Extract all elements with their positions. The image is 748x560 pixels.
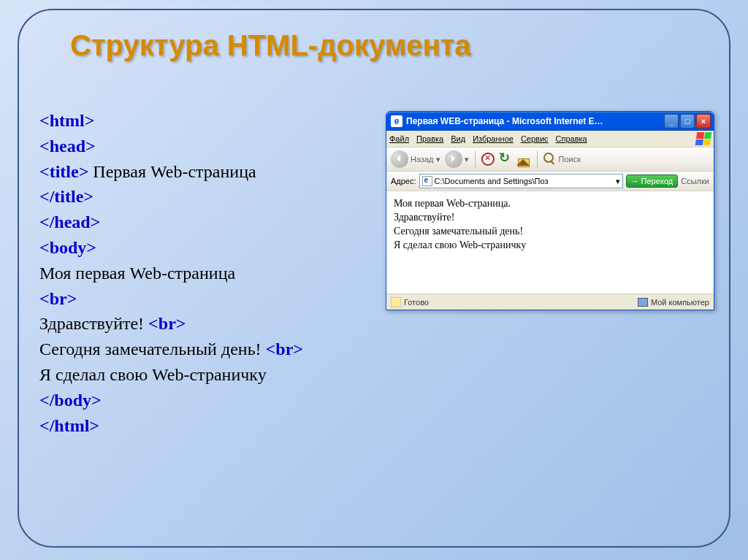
toolbar-separator	[475, 150, 476, 168]
go-label: Переход	[641, 177, 673, 185]
forward-button[interactable]: ▾	[445, 150, 469, 168]
menu-edit[interactable]: Правка	[416, 134, 443, 143]
ie-window: e Первая WEB-страница - Microsoft Intern…	[386, 111, 714, 310]
window-title: Первая WEB-страница - Microsoft Internet…	[406, 116, 664, 126]
chevron-down-icon: ▾	[465, 155, 469, 164]
code-tag-title-close: </title>	[39, 187, 94, 206]
chevron-down-icon[interactable]: ▾	[616, 177, 620, 186]
content-line: Я сделал свою Web-страничку	[394, 239, 706, 253]
back-button[interactable]: Назад ▾	[391, 150, 440, 168]
page-icon	[422, 176, 432, 186]
status-zone-text: Мой компьютер	[651, 298, 709, 307]
address-path: C:\Documents and Settings\Поз	[435, 177, 549, 185]
address-bar: Адрес: C:\Documents and Settings\Поз ▾ П…	[386, 172, 714, 191]
menu-file[interactable]: Файл	[389, 134, 409, 143]
code-tag-html-close: </html>	[39, 416, 99, 435]
minimize-button[interactable]: _	[664, 114, 679, 129]
content-line: Здравствуйте!	[394, 211, 706, 225]
code-tag-head-open: <head>	[39, 137, 96, 156]
content-line: Моя первая Web-страница.	[394, 197, 706, 211]
status-ready-text: Готово	[404, 298, 429, 307]
code-tag-html-open: <html>	[39, 111, 94, 130]
windows-flag-icon	[695, 132, 712, 145]
menu-view[interactable]: Вид	[451, 134, 465, 143]
refresh-button[interactable]	[499, 153, 512, 166]
slide-title: Структура HTML-документа	[70, 29, 471, 62]
code-tag-br2: <br>	[148, 314, 186, 333]
window-titlebar[interactable]: e Первая WEB-страница - Microsoft Intern…	[386, 112, 714, 131]
code-example: <html> <head> <title> Первая Web-страниц…	[39, 108, 390, 438]
ie-app-icon: e	[391, 115, 402, 127]
search-button[interactable]: Поиск	[543, 153, 581, 166]
address-label: Адрес:	[391, 177, 416, 185]
address-input[interactable]: C:\Documents and Settings\Поз ▾	[419, 174, 623, 188]
search-icon	[543, 153, 557, 166]
stop-button[interactable]	[481, 153, 495, 166]
my-computer-icon	[638, 298, 648, 307]
code-tag-title-open: <title>	[39, 162, 88, 181]
code-tag-br1: <br>	[39, 289, 77, 308]
toolbar-separator	[537, 150, 538, 168]
close-button[interactable]: ×	[696, 114, 711, 129]
links-label[interactable]: Ссылки	[681, 177, 709, 185]
back-label: Назад	[411, 155, 434, 164]
status-ready-icon	[391, 297, 401, 307]
menu-favorites[interactable]: Избранное	[473, 134, 514, 143]
menubar: Файл Правка Вид Избранное Сервис Справка	[386, 131, 714, 147]
forward-arrow-icon	[445, 150, 462, 168]
code-tag-br3: <br>	[266, 340, 303, 358]
code-tag-body-close: </body>	[39, 391, 102, 410]
content-line: Сегодня замечательный день!	[394, 225, 706, 239]
code-text-line4: Я сделал свою Web-страничку	[39, 365, 267, 384]
back-arrow-icon	[391, 150, 408, 168]
search-label: Поиск	[559, 155, 581, 164]
navigation-toolbar: Назад ▾ ▾ Поиск	[386, 147, 714, 172]
maximize-button[interactable]: □	[680, 114, 695, 129]
code-text-line1: Моя первая Web-страница	[39, 264, 235, 283]
go-button[interactable]: Переход	[626, 174, 679, 188]
code-text-line2: Здравствуйте!	[39, 314, 148, 333]
code-tag-head-close: </head>	[39, 212, 100, 231]
menu-tools[interactable]: Сервис	[521, 134, 549, 143]
code-tag-body-open: <body>	[39, 238, 96, 257]
code-text-title: Первая Web-страница	[88, 162, 256, 181]
status-bar: Готово Мой компьютер	[386, 294, 714, 310]
menu-help[interactable]: Справка	[556, 134, 587, 143]
chevron-down-icon: ▾	[436, 155, 440, 164]
home-button[interactable]	[516, 153, 531, 166]
code-text-line3: Сегодня замечательный день!	[39, 340, 266, 358]
page-content: Моя первая Web-страница. Здравствуйте! С…	[386, 191, 714, 294]
